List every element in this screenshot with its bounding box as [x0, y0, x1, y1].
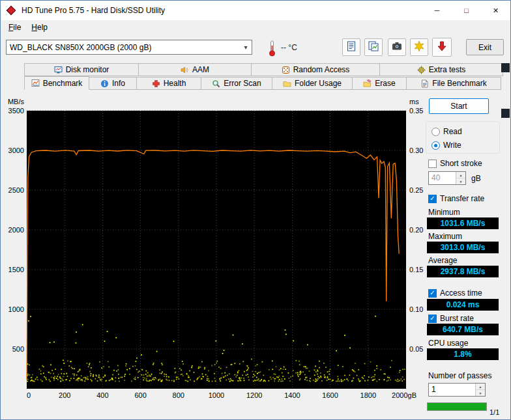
tab-extra-tests[interactable]: Extra tests	[379, 63, 503, 76]
minimum-value: 1031.6 MB/s	[427, 217, 499, 229]
short-stroke-spinner[interactable]: 40 ▲ ▼	[428, 171, 466, 185]
drive-selector[interactable]: WD_BLACK SN850X 2000GB (2000 gB) ▾	[6, 40, 252, 55]
x-tick: 400	[96, 391, 108, 399]
temperature-readout: -- °C	[281, 43, 297, 52]
speaker-icon	[181, 66, 189, 74]
checkbox-icon: ✓	[428, 289, 437, 298]
close-button[interactable]: ✕	[481, 1, 510, 20]
window-edge-marker	[501, 109, 510, 118]
folder-eraser-icon	[363, 79, 372, 88]
passes-label: Number of passes	[428, 371, 491, 380]
spinner-down-icon[interactable]: ▼	[456, 178, 465, 184]
tab-info[interactable]: Info	[89, 77, 137, 90]
update-button[interactable]	[432, 38, 452, 57]
tab-label: File Benchmark	[432, 79, 486, 88]
x-tick: 1400	[284, 391, 300, 399]
special-function-button[interactable]	[410, 38, 428, 56]
y-left-tick: 2500	[8, 186, 24, 194]
access-time-value: 0.024 ms	[427, 299, 499, 311]
y-left-unit: MB/s	[8, 98, 25, 105]
toolbar: WD_BLACK SN850X 2000GB (2000 gB) ▾ -- °C	[1, 35, 510, 63]
access-time-label: Access time	[440, 288, 482, 298]
average-value: 2937.8 MB/s	[427, 266, 499, 277]
tab-file-benchmark[interactable]: File Benchmark	[406, 77, 501, 90]
y-right-tick: 0.15	[409, 266, 423, 273]
x-tick: 0	[27, 391, 31, 399]
x-tick: 1200	[246, 391, 262, 399]
disk-monitor-icon	[54, 66, 63, 74]
progress-bar	[427, 402, 487, 411]
transfer-rate-checkbox[interactable]: ✓ Transfer rate	[428, 194, 484, 203]
cpu-usage-label: CPU usage	[428, 339, 468, 348]
magnifier-icon	[212, 79, 220, 88]
spinner-buttons[interactable]: ▲ ▼	[456, 172, 465, 184]
tab-benchmark[interactable]: Benchmark	[24, 76, 89, 90]
tab-folder-usage[interactable]: Folder Usage	[272, 77, 353, 90]
save-screenshot-button[interactable]	[388, 38, 406, 56]
progress-fill	[428, 403, 486, 410]
y-left-tick: 3500	[8, 107, 24, 115]
menu-help[interactable]: Help	[26, 21, 53, 34]
tab-erase[interactable]: Erase	[352, 77, 407, 90]
menubar: File Help	[1, 20, 510, 35]
short-stroke-checkbox[interactable]: Short stroke	[428, 159, 482, 168]
maximize-button[interactable]: □	[452, 1, 481, 20]
y-left-tick: 1000	[8, 305, 24, 313]
window-controls: ─ □ ✕	[422, 1, 510, 20]
spinner-buttons[interactable]: ▲ ▼	[475, 384, 485, 396]
folder-icon	[283, 79, 291, 88]
radio-icon	[431, 128, 440, 136]
menu-file[interactable]: File	[3, 21, 26, 34]
y-right-tick: 0.35	[409, 107, 423, 115]
tab-label: AAM	[192, 65, 209, 74]
checkbox-icon: ✓	[428, 195, 437, 203]
cpu-usage-value: 1.8%	[427, 348, 499, 360]
tab-label: Error Scan	[224, 79, 261, 88]
exit-button[interactable]: Exit	[466, 39, 504, 55]
spinner-up-icon[interactable]: ▲	[456, 172, 465, 178]
y-left-tick: 500	[12, 345, 24, 353]
spinner-down-icon[interactable]: ▼	[476, 390, 485, 396]
copy-image-icon	[368, 40, 379, 54]
passes-value: 1	[429, 384, 475, 396]
copy-info-button[interactable]	[342, 38, 360, 56]
tab-error-scan[interactable]: Error Scan	[201, 77, 272, 90]
read-write-group: Read Write	[426, 121, 500, 154]
maximum-value: 3013.0 MB/s	[427, 242, 499, 253]
file-icon	[420, 79, 429, 88]
y-right-tick: 0.05	[409, 345, 423, 353]
minimize-button[interactable]: ─	[422, 1, 452, 20]
read-radio[interactable]: Read	[431, 127, 462, 136]
tab-health[interactable]: Health	[136, 77, 201, 90]
y-left-tick: 2000	[8, 226, 24, 234]
transfer-rate-label: Transfer rate	[440, 194, 484, 203]
tab-disk-monitor[interactable]: Disk monitor	[24, 63, 139, 76]
yellow-splash-icon	[413, 40, 425, 54]
progress-label: 1/1	[489, 408, 499, 416]
tab-label: Benchmark	[43, 79, 83, 88]
x-tick: 200	[59, 391, 70, 399]
tab-label: Info	[112, 79, 125, 88]
chevron-down-icon: ▾	[240, 44, 252, 51]
drive-selector-value: WD_BLACK SN850X 2000GB (2000 gB)	[7, 43, 240, 52]
gear-icon	[417, 66, 426, 74]
x-tick-last: 2000gB	[392, 391, 416, 399]
passes-spinner[interactable]: 1 ▲ ▼	[428, 383, 486, 397]
burst-rate-checkbox[interactable]: ✓ Burst rate	[428, 314, 474, 323]
titlebar: HD Tune Pro 5.75 - Hard Disk/SSD Utility…	[1, 1, 510, 20]
tab-label: Random Access	[293, 65, 350, 74]
access-time-checkbox[interactable]: ✓ Access time	[428, 288, 482, 298]
tab-random-access[interactable]: Random Access	[251, 63, 380, 76]
start-button[interactable]: Start	[429, 98, 489, 114]
write-radio[interactable]: Write	[431, 141, 461, 150]
tab-strip-bottom: Benchmark Info Health Error Scan Folder …	[1, 76, 510, 90]
tab-label: Extra tests	[429, 65, 466, 74]
y-right-tick: 0.10	[409, 305, 423, 313]
burst-rate-value: 640.7 MB/s	[427, 324, 499, 335]
camera-icon	[391, 40, 403, 54]
copy-screenshot-button[interactable]	[364, 38, 383, 56]
red-cross-icon	[152, 79, 160, 88]
spinner-up-icon[interactable]: ▲	[476, 384, 485, 390]
tab-aam[interactable]: AAM	[138, 63, 252, 76]
copy-text-icon	[345, 40, 357, 54]
